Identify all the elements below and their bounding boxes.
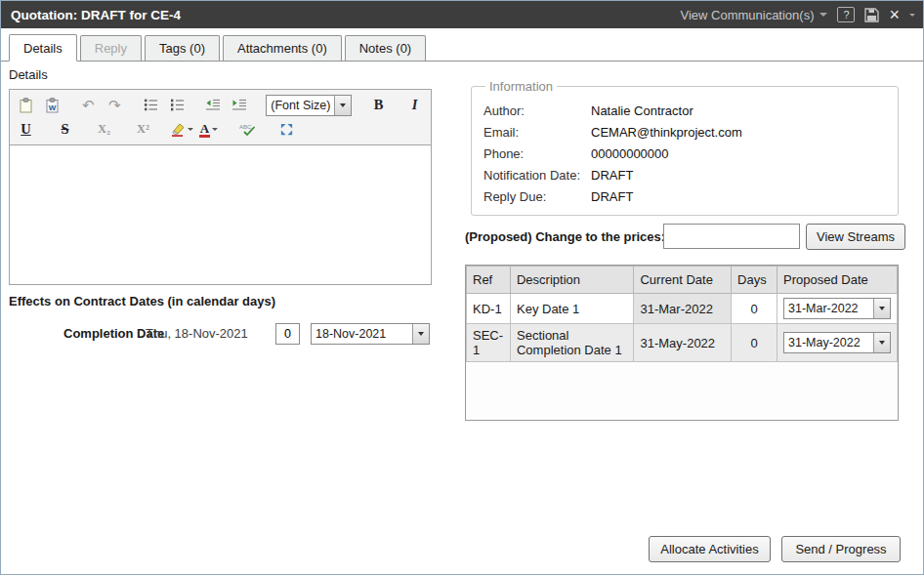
cell-description: Key Date 1 [510, 294, 634, 324]
chevron-down-icon[interactable] [909, 14, 915, 17]
chevron-down-icon [873, 299, 890, 318]
italic-button[interactable]: I [403, 95, 426, 116]
cell-current-date: 31-Mar-2022 [634, 294, 732, 324]
email-label: Email: [483, 125, 591, 140]
proposed-date-select[interactable]: 31-Mar-2022 [783, 298, 891, 319]
help-button[interactable]: ? [837, 7, 855, 22]
numbered-list-button[interactable] [166, 95, 189, 116]
cell-current-date: 31-May-2022 [634, 324, 732, 362]
bullet-list-button[interactable] [140, 95, 162, 116]
maximize-icon [279, 122, 294, 137]
info-row-phone: Phone: 00000000000 [483, 143, 888, 164]
cell-ref: KD-1 [467, 294, 511, 324]
header-description: Description [510, 267, 634, 294]
information-legend: Information [485, 79, 557, 94]
paste-button[interactable] [15, 95, 37, 116]
undo-icon: ↶ [82, 98, 95, 112]
svg-text:W: W [49, 103, 57, 112]
cell-description: Sectional Completion Date 1 [510, 324, 634, 362]
toolbar-row-2: U S X₂ X² A [15, 117, 426, 142]
save-button[interactable] [864, 8, 879, 22]
font-size-select[interactable]: (Font Size) [266, 95, 352, 116]
tab-reply: Reply [80, 35, 142, 61]
quotation-dialog: Quotation: DRAFT for CE-4 View Communica… [0, 0, 924, 575]
proposed-price-change-input[interactable] [663, 224, 800, 249]
header-current-date: Current Date [634, 267, 732, 294]
phone-label: Phone: [483, 146, 591, 161]
svg-text:ABC: ABC [239, 124, 252, 130]
paste-from-word-button[interactable]: W [41, 95, 63, 116]
titlebar-actions: View Communication(s) ? × [680, 6, 915, 23]
completion-date-select[interactable]: 18-Nov-2021 [311, 323, 430, 345]
redo-button: ↷ [104, 95, 126, 116]
view-communications-label: View Communication(s) [680, 8, 814, 22]
cell-days[interactable]: 0 [732, 294, 777, 324]
tab-tags[interactable]: Tags (0) [145, 35, 220, 61]
tab-notes[interactable]: Notes (0) [345, 35, 426, 61]
allocate-activities-button[interactable]: Allocate Activities [649, 536, 771, 562]
numbered-list-icon [170, 98, 185, 112]
reply-due-value: DRAFT [591, 189, 633, 204]
cell-days[interactable]: 0 [732, 324, 777, 362]
contract-dates-table-container: Ref Description Current Date Days Propos… [465, 265, 899, 421]
undo-button: ↶ [77, 95, 100, 116]
font-color-icon: A [199, 122, 210, 138]
info-row-author: Author: Natalie Contractor [483, 100, 888, 121]
author-label: Author: [483, 103, 591, 118]
superscript-button: X² [132, 119, 154, 141]
details-section-label: Details [9, 67, 48, 82]
table-row: SEC-1 Sectional Completion Date 1 31-May… [467, 324, 898, 362]
tab-bar: Details Reply Tags (0) Attachments (0) N… [1, 34, 923, 62]
paste-icon [19, 98, 33, 113]
proposed-date-select[interactable]: 31-May-2022 [783, 332, 891, 353]
close-button[interactable]: × [889, 6, 900, 23]
header-proposed-date: Proposed Date [777, 267, 898, 294]
send-progress-button[interactable]: Send / Progress [781, 536, 901, 562]
view-streams-button[interactable]: View Streams [806, 224, 905, 250]
subscript-button: X₂ [93, 119, 115, 141]
phone-value: 00000000000 [591, 146, 669, 161]
maximize-editor-button[interactable] [275, 119, 298, 141]
table-header-row: Ref Description Current Date Days Propos… [467, 267, 898, 294]
strikethrough-button[interactable]: S [54, 119, 76, 141]
completion-days-input[interactable] [275, 323, 300, 345]
titlebar: Quotation: DRAFT for CE-4 View Communica… [1, 1, 923, 28]
tab-attachments[interactable]: Attachments (0) [223, 35, 342, 61]
help-icon: ? [843, 9, 849, 21]
notification-date-value: DRAFT [591, 168, 633, 183]
table-row: KD-1 Key Date 1 31-Mar-2022 0 31-Mar-202… [467, 294, 898, 324]
cell-proposed-date: 31-May-2022 [777, 324, 898, 362]
editor-toolbar: W ↶ ↷ [9, 89, 432, 145]
tab-details[interactable]: Details [9, 34, 77, 62]
contract-dates-table: Ref Description Current Date Days Propos… [466, 266, 898, 362]
font-color-button[interactable]: A [197, 119, 220, 141]
info-row-email: Email: CEMAR@thinkproject.com [483, 121, 888, 143]
spellcheck-button: ABC [236, 119, 259, 141]
chevron-down-icon [212, 128, 218, 131]
bullet-list-icon [144, 98, 158, 112]
window-title: Quotation: DRAFT for CE-4 [11, 8, 181, 22]
author-value: Natalie Contractor [591, 103, 693, 118]
email-value: CEMAR@thinkproject.com [591, 125, 742, 140]
redo-icon: ↷ [108, 98, 121, 112]
header-ref: Ref [467, 267, 511, 294]
header-days: Days [732, 267, 777, 294]
view-communications-button[interactable]: View Communication(s) [680, 8, 827, 22]
indent-button[interactable] [228, 95, 250, 116]
reply-due-label: Reply Due: [483, 189, 591, 204]
effects-heading: Effects on Contract Dates (in calendar d… [9, 294, 275, 308]
paste-from-word-icon: W [45, 98, 60, 113]
highlight-color-button[interactable] [171, 119, 193, 141]
outdent-icon [205, 98, 221, 112]
info-row-reply-due: Reply Due: DRAFT [483, 185, 888, 207]
outdent-button[interactable] [201, 95, 224, 116]
bold-button[interactable]: B [367, 95, 390, 116]
details-editor-body[interactable] [9, 145, 432, 285]
information-fieldset: Information Author: Natalie Contractor E… [471, 79, 899, 216]
chevron-down-icon [334, 96, 351, 115]
rich-text-editor: W ↶ ↷ [9, 89, 432, 285]
underline-button[interactable]: U [15, 119, 37, 141]
chevron-down-icon [873, 333, 890, 352]
info-row-notification-date: Notification Date: DRAFT [483, 164, 888, 185]
chevron-down-icon [819, 13, 827, 17]
